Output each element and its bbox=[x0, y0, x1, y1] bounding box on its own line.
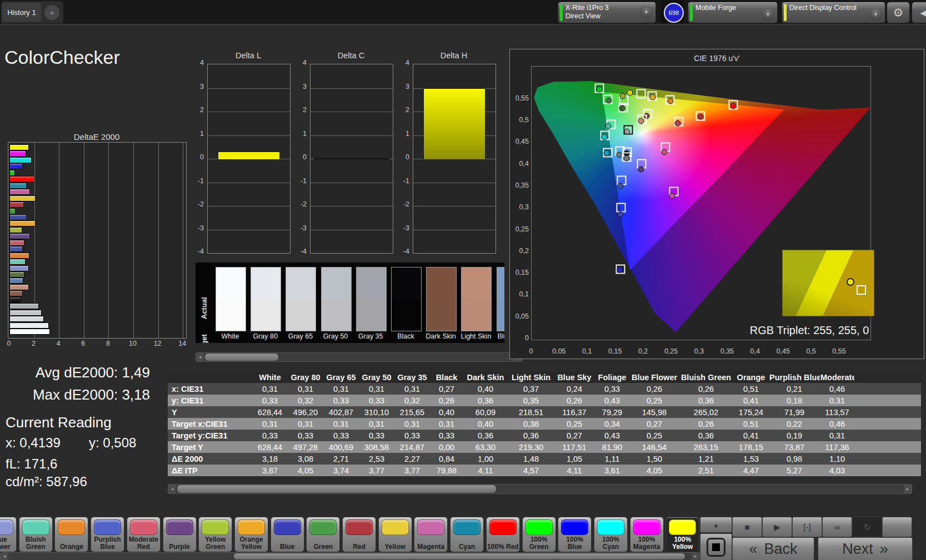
table-scrollbar[interactable]: ◄ ► bbox=[168, 484, 912, 494]
settings-button[interactable]: ⚙ bbox=[887, 2, 910, 23]
scroll-right-icon[interactable]: ► bbox=[904, 485, 912, 493]
table-cell: 402,87 bbox=[323, 406, 359, 418]
pattern-swatch bbox=[561, 519, 588, 535]
pattern-button-yellow[interactable]: Yellow bbox=[378, 517, 412, 552]
pattern-button-green[interactable]: Green bbox=[306, 517, 340, 552]
swatch-target-color bbox=[322, 299, 351, 331]
pattern-button-100-red[interactable]: 100% Red bbox=[486, 517, 520, 552]
stop-button[interactable]: ■ bbox=[732, 517, 762, 537]
pattern-button-yellow-green[interactable]: Yellow Green bbox=[198, 517, 232, 552]
deltae-bar-gray-80 bbox=[9, 322, 49, 329]
pattern-up-button[interactable]: ▲ bbox=[700, 517, 732, 533]
pattern-label: Purple bbox=[163, 543, 196, 551]
pattern-button-magenta[interactable]: Magenta bbox=[414, 517, 448, 552]
deltae-bar-orange-yellow bbox=[9, 220, 36, 226]
extra-button[interactable] bbox=[882, 517, 912, 537]
table-cell: 0,33 bbox=[323, 395, 359, 406]
row-label: Target Y bbox=[168, 441, 252, 453]
table-cell: 0,26 bbox=[679, 383, 733, 395]
pattern-label: 100% Blue bbox=[558, 536, 591, 551]
table-cell: 2,51 bbox=[679, 465, 733, 476]
swatch-black bbox=[391, 267, 422, 331]
delta-chart-title: Delta L bbox=[207, 51, 289, 60]
continuous-button[interactable]: ∞ bbox=[822, 517, 852, 537]
table-cell: 4,03 bbox=[820, 465, 854, 476]
swatch-target-color bbox=[251, 299, 281, 331]
tab-label[interactable]: History 1 bbox=[2, 3, 41, 22]
tab-history-1[interactable]: History 1 + bbox=[1, 1, 63, 23]
deltae-bar-100-magenta bbox=[9, 150, 26, 157]
chevron-down-icon[interactable]: ▼ bbox=[640, 6, 653, 18]
measure-window-button[interactable]: [-] bbox=[792, 517, 822, 537]
pattern-button-blue[interactable]: Blue bbox=[271, 517, 304, 552]
pattern-button-cyan[interactable]: Cyan bbox=[450, 517, 484, 552]
pattern-button-orange-yellow[interactable]: Orange Yellow bbox=[234, 517, 268, 552]
swatch-scrollbar-thumb[interactable] bbox=[205, 354, 278, 361]
chevron-down-icon[interactable]: ▼ bbox=[869, 8, 882, 21]
cie-y-tick-label: 0,3 bbox=[511, 203, 529, 211]
delta-y-tick-label: -3 bbox=[187, 224, 204, 232]
pattern-button-100-magenta[interactable]: 100% Magenta bbox=[630, 517, 664, 552]
collapse-panel-button[interactable]: ◀ bbox=[912, 2, 926, 23]
delta-y-tick-label: -4 bbox=[187, 248, 204, 255]
deltae-gridline bbox=[183, 143, 183, 338]
collapse-left-icon: ◀ bbox=[920, 8, 926, 17]
next-label: Next bbox=[842, 541, 873, 558]
deltae-bar-foliage bbox=[9, 271, 24, 278]
swatch-actual-color bbox=[322, 268, 351, 299]
pattern-label: Orange Yellow bbox=[235, 536, 268, 551]
table-cell: 0,27 bbox=[630, 418, 679, 430]
pattern-button-100-yellow[interactable]: 100% Yellow bbox=[665, 517, 699, 552]
pattern-button-purple[interactable]: Purple bbox=[163, 517, 197, 552]
table-cell: 0,41 bbox=[733, 430, 769, 441]
pattern-button-red[interactable]: Red bbox=[342, 517, 376, 552]
exposure-badge[interactable]: 698 bbox=[664, 3, 684, 23]
table-scrollbar-thumb[interactable] bbox=[177, 485, 496, 493]
scroll-right-icon[interactable]: ► bbox=[692, 553, 699, 560]
scroll-left-icon[interactable]: ◄ bbox=[168, 485, 176, 493]
delta-y-tick-label: 3 bbox=[187, 83, 204, 90]
swatch-label: Light Skin bbox=[458, 332, 494, 340]
table-row-target-x-cie31: Target x:CIE310,310,310,310,310,310,310,… bbox=[168, 418, 921, 430]
pattern-swatch bbox=[94, 519, 121, 535]
scroll-left-icon[interactable]: ◄ bbox=[196, 353, 204, 361]
table-cell: 4,05 bbox=[288, 465, 323, 476]
meter-dropdown[interactable]: X-Rite i1Pro 3Direct View ▼ bbox=[558, 2, 656, 23]
source-status-bar bbox=[690, 4, 693, 21]
table-cell: 117,36 bbox=[820, 441, 854, 453]
pattern-button-bluish-green[interactable]: Bluish Green bbox=[19, 517, 53, 552]
display-control-dropdown[interactable]: Direct Display Control ▼ bbox=[782, 2, 885, 23]
deltae-x-tick-label: 2 bbox=[28, 340, 39, 347]
pattern-scrollbar-thumb[interactable] bbox=[234, 553, 685, 559]
swatch-actual-color bbox=[357, 268, 386, 299]
back-button[interactable]: « Back bbox=[732, 537, 814, 560]
pattern-button-100-green[interactable]: 100% Green bbox=[522, 517, 556, 552]
pattern-window-button[interactable] bbox=[700, 533, 732, 560]
play-button[interactable]: ▶ bbox=[762, 517, 792, 537]
pattern-swatch bbox=[238, 519, 265, 535]
delta-gridline bbox=[208, 112, 290, 112]
cie-x-tick-label: 0,25 bbox=[661, 347, 681, 355]
pattern-button-orange[interactable]: Orange bbox=[54, 517, 88, 552]
table-filler bbox=[854, 372, 921, 383]
cie-y-tick-label: 0,15 bbox=[511, 269, 529, 276]
refresh-button[interactable]: ↻ bbox=[852, 517, 882, 537]
pattern-button-100-blue[interactable]: 100% Blue bbox=[558, 517, 592, 552]
cie-panel: CIE 1976 u'v' RGB Triplet: 255, 255, 0 0… bbox=[509, 49, 924, 359]
chevron-down-icon[interactable]: ▼ bbox=[762, 8, 774, 21]
next-button[interactable]: Next » bbox=[818, 537, 913, 560]
pattern-button-moderate-red[interactable]: Moderate Red bbox=[127, 517, 161, 552]
deltae-bar-orange bbox=[9, 253, 29, 259]
pattern-button-purplish-blue[interactable]: Purplish Blue bbox=[91, 517, 124, 552]
actual-row-label: Actual bbox=[200, 297, 208, 319]
pattern-button-blue-flower[interactable]: Blue Flower bbox=[0, 517, 17, 552]
pattern-scrollbar[interactable]: ◄ ► bbox=[0, 552, 700, 560]
pattern-button-100-cyan[interactable]: 100% Cyan bbox=[594, 517, 628, 552]
table-cell: 3,08 bbox=[288, 453, 323, 465]
source-dropdown[interactable]: Mobile Forge ▼ bbox=[688, 2, 778, 23]
swatch-label: Blue Sky bbox=[493, 332, 504, 340]
add-tab-button[interactable]: + bbox=[44, 5, 59, 20]
swatch-scrollbar[interactable]: ◄ ► bbox=[196, 352, 522, 362]
scroll-left-icon[interactable]: ◄ bbox=[1, 553, 8, 560]
deltae-bar-bluish-green bbox=[9, 259, 26, 265]
